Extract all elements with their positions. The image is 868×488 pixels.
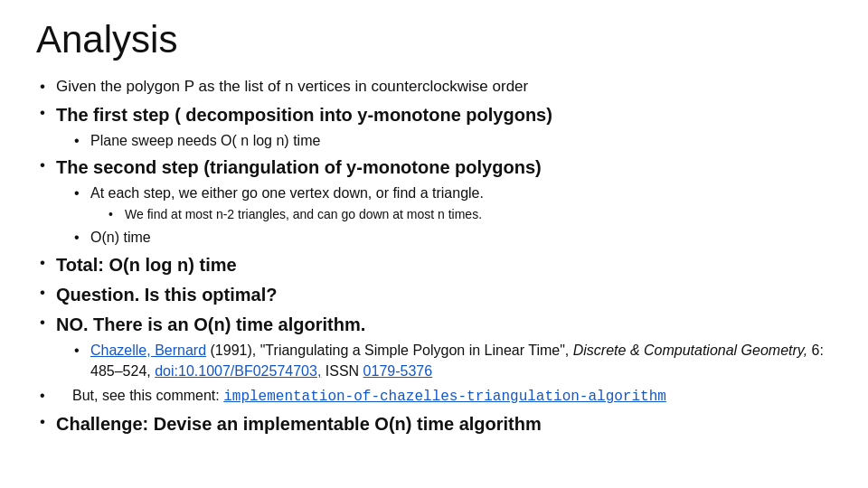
list-item-no: NO. There is an O(n) time algorithm. Cha… (36, 312, 832, 381)
list-item-given: Given the polygon P as the list of n ver… (36, 76, 832, 99)
list-item-total: Total: O(n log n) time (36, 252, 832, 278)
at-each-step-text: At each step, we either go one vertex do… (90, 185, 484, 201)
plane-sweep-text: Plane sweep needs O( n log n) time (90, 133, 320, 148)
n-minus-2-text: We find at most n-2 triangles, and can g… (125, 207, 482, 221)
list-item-question: Question. Is this optimal? (36, 282, 832, 308)
ref-journal: Discrete & Computational Geometry, (573, 343, 807, 358)
list-item-on-time: O(n) time (71, 227, 832, 248)
list-item-but: But, see this comment: implementation-of… (36, 385, 832, 408)
ref-doi-link[interactable]: doi:10.1007/BF02574703, (155, 363, 321, 379)
page-title: Analysis (36, 18, 832, 61)
list-item-at-each-step: At each step, we either go one vertex do… (71, 183, 832, 223)
chazelle-author-link[interactable]: Chazelle, Bernard (90, 343, 206, 358)
item-given-text: Given the polygon P as the list of n ver… (56, 78, 528, 95)
item-first-step-text: The first step ( decomposition into y-mo… (56, 105, 552, 125)
at-each-step-sub: We find at most n-2 triangles, and can g… (105, 205, 832, 223)
main-list: Given the polygon P as the list of n ver… (36, 76, 832, 437)
list-item-second-step: The second step (triangulation of y-mono… (36, 155, 832, 249)
list-item-challenge: Challenge: Devise an implementable O(n) … (36, 411, 832, 437)
second-step-sub: At each step, we either go one vertex do… (71, 183, 832, 249)
item-question-text: Question. Is this optimal? (56, 285, 277, 305)
ref-issn-label: ISSN (326, 363, 359, 379)
item-total-text: Total: O(n log n) time (56, 255, 237, 275)
ref-issn-link[interactable]: 0179-5376 (363, 363, 433, 379)
list-item-plane-sweep: Plane sweep needs O( n log n) time (71, 130, 832, 151)
chazelles-link[interactable]: implementation-of-chazelles-triangulatio… (223, 389, 666, 405)
list-item-n-minus-2: We find at most n-2 triangles, and can g… (105, 205, 832, 223)
on-time-text: O(n) time (90, 230, 151, 245)
item-challenge-text: Challenge: Devise an implementable O(n) … (56, 414, 542, 434)
item-no-text: NO. There is an O(n) time algorithm. (56, 314, 365, 334)
list-item-first-step: The first step ( decomposition into y-mo… (36, 102, 832, 151)
but-prefix: But, see this comment: (72, 388, 223, 403)
reference-list: Chazelle, Bernard (1991), "Triangulating… (71, 340, 832, 381)
item-second-step-text: The second step (triangulation of y-mono… (56, 157, 542, 177)
list-item-reference: Chazelle, Bernard (1991), "Triangulating… (71, 340, 832, 381)
first-step-sub: Plane sweep needs O( n log n) time (71, 130, 832, 151)
